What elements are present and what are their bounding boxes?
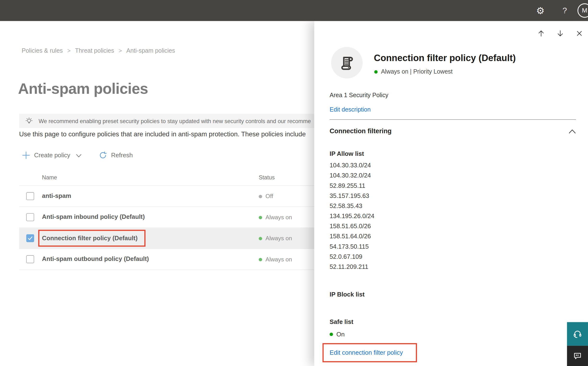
ip-entry: 52.11.209.211 [330, 262, 374, 272]
create-policy-button[interactable]: Create policy [22, 151, 82, 159]
status-badge: Off [259, 193, 273, 200]
refresh-label: Refresh [111, 152, 133, 159]
plus-icon [22, 151, 30, 159]
status-label: Always on [265, 256, 292, 263]
ip-entry: 158.51.64.0/26 [330, 231, 374, 241]
policy-description: Area 1 Security Policy [330, 92, 388, 99]
edit-description-link[interactable]: Edit description [330, 106, 371, 113]
toolbar: Create policy Refresh [22, 149, 133, 161]
lightbulb-icon [25, 117, 33, 125]
ip-entry: 104.30.32.0/24 [330, 170, 374, 181]
page-title: Anti-spam policies [18, 80, 148, 97]
ip-block-list-label: IP Block list [330, 291, 365, 298]
breadcrumb-threat-policies[interactable]: Threat policies [75, 47, 114, 54]
status-badge: Always on [259, 235, 292, 242]
policy-name[interactable]: anti-spam [42, 192, 71, 199]
status-dot-icon [259, 237, 262, 240]
policy-name[interactable]: Connection filter policy (Default) [42, 235, 138, 242]
chevron-up-icon[interactable] [568, 128, 576, 136]
ip-entry: 134.195.26.0/24 [330, 211, 374, 221]
table-row-connection-filter-policy[interactable]: Connection filter policy (Default) Alway… [19, 228, 314, 249]
panel-status-text: Always on | Priority Lowest [381, 68, 453, 75]
row-checkbox[interactable] [26, 255, 34, 263]
app-window: ⚙ ? M Policies & rules > Threat policies… [0, 0, 588, 366]
status-badge: Always on [259, 214, 292, 221]
chat-icon [573, 351, 582, 361]
panel-title: Connection filter policy (Default) [374, 53, 516, 63]
row-checkbox[interactable] [26, 192, 34, 200]
details-flyout-panel: Connection filter policy (Default) Alway… [314, 21, 588, 366]
status-dot-icon [259, 216, 262, 219]
policy-name[interactable]: Anti-spam inbound policy (Default) [42, 213, 145, 221]
ip-entry: 52.89.255.11 [330, 181, 374, 191]
table-row-anti-spam[interactable]: anti-spam Off [19, 186, 314, 207]
annotation-box: Edit connection filter policy [323, 343, 417, 362]
ip-entry: 104.30.33.0/24 [330, 160, 374, 170]
ip-allow-list-label: IP Allow list [330, 150, 364, 157]
row-checkbox-checked[interactable] [26, 234, 34, 242]
refresh-button[interactable]: Refresh [99, 151, 133, 159]
feedback-button[interactable] [567, 346, 588, 366]
status-label: Always on [265, 214, 292, 221]
column-header-status: Status [259, 174, 275, 181]
safe-list-status-label: On [336, 331, 345, 338]
breadcrumb-separator-icon: > [119, 47, 122, 54]
panel-status-line: Always on | Priority Lowest [374, 68, 453, 75]
status-label: Always on [265, 235, 292, 242]
divider [330, 119, 576, 120]
next-item-arrow-down-icon[interactable] [556, 29, 564, 38]
status-label: Off [265, 193, 273, 200]
close-icon[interactable] [575, 29, 583, 38]
panel-nav [537, 29, 584, 38]
breadcrumb-policies-rules[interactable]: Policies & rules [22, 47, 63, 54]
table-row-inbound-policy[interactable]: Anti-spam inbound policy (Default) Alway… [19, 207, 314, 228]
safe-list-label: Safe list [330, 318, 353, 326]
breadcrumb-anti-spam-policies[interactable]: Anti-spam policies [126, 47, 175, 54]
ip-entry: 54.173.50.115 [330, 241, 374, 252]
banner-text: We recommend enabling preset security po… [39, 118, 311, 124]
edit-connection-filter-policy-link[interactable]: Edit connection filter policy [330, 349, 403, 356]
ip-entry: 158.51.65.0/26 [330, 221, 374, 231]
status-dot-icon [330, 333, 333, 336]
status-dot-icon [374, 70, 378, 73]
table-row-outbound-policy[interactable]: Anti-spam outbound policy (Default) Alwa… [19, 249, 314, 270]
chevron-down-icon [76, 154, 82, 158]
ip-entry: 52.0.67.109 [330, 252, 374, 262]
status-dot-icon [259, 195, 262, 198]
policy-name[interactable]: Anti-spam outbound policy (Default) [42, 255, 149, 263]
table-header: Name Status [19, 171, 314, 186]
support-button[interactable] [567, 322, 588, 346]
settings-gear-icon[interactable]: ⚙ [534, 5, 547, 17]
annotation-box: Connection filter policy (Default) [38, 230, 145, 246]
page-description: Use this page to configure policies that… [19, 130, 314, 138]
previous-item-arrow-up-icon[interactable] [537, 29, 545, 38]
main-content: Policies & rules > Threat policies > Ant… [0, 21, 314, 366]
ip-allow-list: 104.30.33.0/24 104.30.32.0/24 52.89.255.… [330, 160, 374, 272]
policy-icon-circle [331, 47, 363, 78]
scroll-icon [338, 54, 355, 71]
ip-entry: 52.58.35.43 [330, 201, 374, 211]
status-dot-icon [259, 258, 262, 261]
section-title-connection-filtering: Connection filtering [330, 127, 391, 135]
breadcrumb-separator-icon: > [67, 47, 71, 54]
status-badge: Always on [259, 256, 292, 263]
column-header-name: Name [42, 174, 57, 181]
safe-list-status: On [330, 331, 345, 338]
help-icon[interactable]: ? [559, 5, 570, 16]
headset-icon [572, 329, 583, 339]
ip-entry: 35.157.195.63 [330, 191, 374, 201]
recommendation-banner: We recommend enabling preset security po… [19, 114, 314, 128]
row-checkbox[interactable] [26, 213, 34, 221]
top-bar: ⚙ ? M [0, 0, 588, 21]
account-avatar[interactable]: M [577, 3, 588, 18]
refresh-icon [99, 151, 107, 159]
breadcrumb: Policies & rules > Threat policies > Ant… [22, 47, 175, 54]
create-policy-label: Create policy [34, 152, 70, 159]
policy-table: Name Status anti-spam Off Anti-spam inbo… [19, 171, 314, 270]
